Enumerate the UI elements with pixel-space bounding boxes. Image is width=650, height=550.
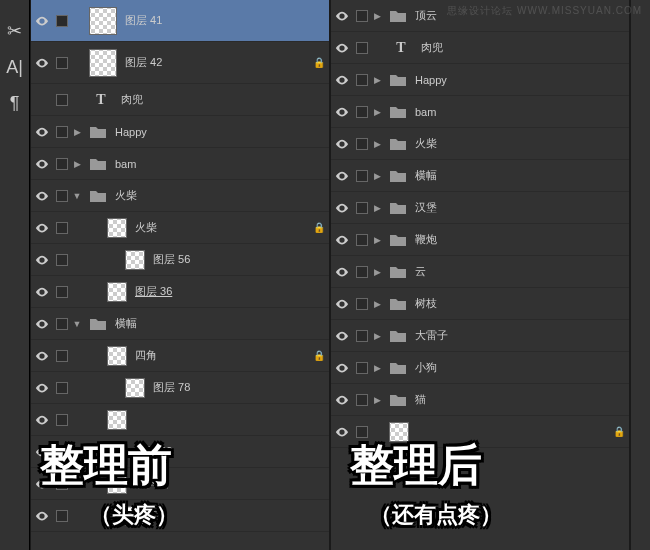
layer-row[interactable]: 图层 56: [31, 244, 329, 276]
checkbox[interactable]: [56, 222, 68, 234]
layer-name[interactable]: 猫: [413, 392, 629, 407]
checkbox[interactable]: [356, 330, 368, 342]
layer-name[interactable]: Happy: [113, 126, 329, 138]
chevron-right-icon[interactable]: ▶: [71, 159, 83, 169]
layer-row[interactable]: ▶大雷子: [331, 320, 629, 352]
visibility-toggle[interactable]: [31, 127, 53, 137]
layer-row[interactable]: ▼横幅: [31, 308, 329, 340]
layer-row[interactable]: ▼火柴: [31, 180, 329, 212]
checkbox[interactable]: [356, 138, 368, 150]
checkbox[interactable]: [56, 190, 68, 202]
layer-name[interactable]: 图层 78: [151, 380, 329, 395]
layer-name[interactable]: 图层 41: [123, 13, 329, 28]
layer-name[interactable]: Happy: [413, 74, 629, 86]
scissors-icon[interactable]: ✂: [7, 20, 22, 42]
checkbox[interactable]: [56, 254, 68, 266]
visibility-toggle[interactable]: [31, 415, 53, 425]
chevron-down-icon[interactable]: ▼: [71, 319, 83, 329]
layer-name[interactable]: 四角: [133, 348, 313, 363]
visibility-toggle[interactable]: [31, 351, 53, 361]
visibility-toggle[interactable]: [31, 223, 53, 233]
visibility-toggle[interactable]: [31, 287, 53, 297]
checkbox[interactable]: [56, 94, 68, 106]
layer-name[interactable]: 云: [413, 264, 629, 279]
visibility-toggle[interactable]: [331, 395, 353, 405]
layer-row[interactable]: ▶汉堡: [331, 192, 629, 224]
checkbox[interactable]: [356, 10, 368, 22]
layer-name[interactable]: 鞭炮: [413, 232, 629, 247]
chevron-right-icon[interactable]: ▶: [371, 203, 383, 213]
layer-thumbnail[interactable]: [107, 218, 127, 238]
checkbox[interactable]: [356, 298, 368, 310]
layer-name[interactable]: 图层 56: [151, 252, 329, 267]
visibility-toggle[interactable]: [31, 159, 53, 169]
chevron-right-icon[interactable]: ▶: [371, 171, 383, 181]
checkbox[interactable]: [356, 266, 368, 278]
layer-name[interactable]: 火柴: [413, 136, 629, 151]
layer-name[interactable]: 火柴: [133, 220, 313, 235]
visibility-toggle[interactable]: [331, 171, 353, 181]
layer-row[interactable]: ▶小狗: [331, 352, 629, 384]
chevron-right-icon[interactable]: ▶: [371, 331, 383, 341]
visibility-toggle[interactable]: [31, 511, 53, 521]
checkbox[interactable]: [56, 318, 68, 330]
layer-name[interactable]: 图层 36: [133, 284, 329, 299]
layer-row[interactable]: ▶bam: [331, 96, 629, 128]
visibility-toggle[interactable]: [331, 139, 353, 149]
text-tool-icon[interactable]: A|: [6, 57, 23, 78]
visibility-toggle[interactable]: [331, 11, 353, 21]
layer-name[interactable]: 肉兜: [119, 92, 329, 107]
layer-name[interactable]: bam: [413, 106, 629, 118]
chevron-right-icon[interactable]: ▶: [371, 107, 383, 117]
layer-thumbnail[interactable]: [107, 410, 127, 430]
layer-row[interactable]: 图层 36: [31, 276, 329, 308]
chevron-right-icon[interactable]: ▶: [371, 235, 383, 245]
visibility-toggle[interactable]: [31, 16, 53, 26]
checkbox[interactable]: [356, 234, 368, 246]
layer-thumbnail[interactable]: [107, 282, 127, 302]
layer-name[interactable]: 肉兜: [419, 40, 629, 55]
chevron-right-icon[interactable]: ▶: [371, 139, 383, 149]
chevron-right-icon[interactable]: ▶: [371, 11, 383, 21]
layer-name[interactable]: bam: [113, 158, 329, 170]
visibility-toggle[interactable]: [331, 331, 353, 341]
layer-name[interactable]: 图层 42: [123, 55, 313, 70]
checkbox[interactable]: [56, 126, 68, 138]
visibility-toggle[interactable]: [331, 203, 353, 213]
chevron-right-icon[interactable]: ▶: [71, 127, 83, 137]
chevron-right-icon[interactable]: ▶: [371, 395, 383, 405]
visibility-toggle[interactable]: [331, 107, 353, 117]
layer-thumbnail[interactable]: [89, 7, 117, 35]
layer-row[interactable]: ▶Happy: [331, 64, 629, 96]
layer-row[interactable]: T肉兜: [31, 84, 329, 116]
layer-row[interactable]: 图层 41: [31, 0, 329, 42]
layer-name[interactable]: 汉堡: [413, 200, 629, 215]
checkbox[interactable]: [56, 350, 68, 362]
layer-thumbnail[interactable]: [107, 346, 127, 366]
visibility-toggle[interactable]: [331, 299, 353, 309]
chevron-right-icon[interactable]: ▶: [371, 363, 383, 373]
layer-row[interactable]: 图层 78: [31, 372, 329, 404]
layer-row[interactable]: ▶横幅: [331, 160, 629, 192]
checkbox[interactable]: [56, 414, 68, 426]
layer-row[interactable]: [31, 404, 329, 436]
layer-thumbnail[interactable]: [89, 49, 117, 77]
layer-thumbnail[interactable]: [125, 250, 145, 270]
chevron-right-icon[interactable]: ▶: [371, 267, 383, 277]
checkbox[interactable]: [356, 170, 368, 182]
layer-row[interactable]: ▶猫: [331, 384, 629, 416]
layer-row[interactable]: 四角🔒: [31, 340, 329, 372]
chevron-right-icon[interactable]: ▶: [371, 299, 383, 309]
visibility-toggle[interactable]: [331, 363, 353, 373]
checkbox[interactable]: [56, 510, 68, 522]
layer-name[interactable]: 横幅: [113, 316, 329, 331]
layer-row[interactable]: ▶Happy: [31, 116, 329, 148]
layer-row[interactable]: ▶火柴: [331, 128, 629, 160]
layer-name[interactable]: 大雷子: [413, 328, 629, 343]
layer-row[interactable]: 火柴🔒: [31, 212, 329, 244]
checkbox[interactable]: [56, 382, 68, 394]
checkbox[interactable]: [56, 158, 68, 170]
layer-name[interactable]: 横幅: [413, 168, 629, 183]
checkbox[interactable]: [56, 57, 68, 69]
visibility-toggle[interactable]: [31, 58, 53, 68]
